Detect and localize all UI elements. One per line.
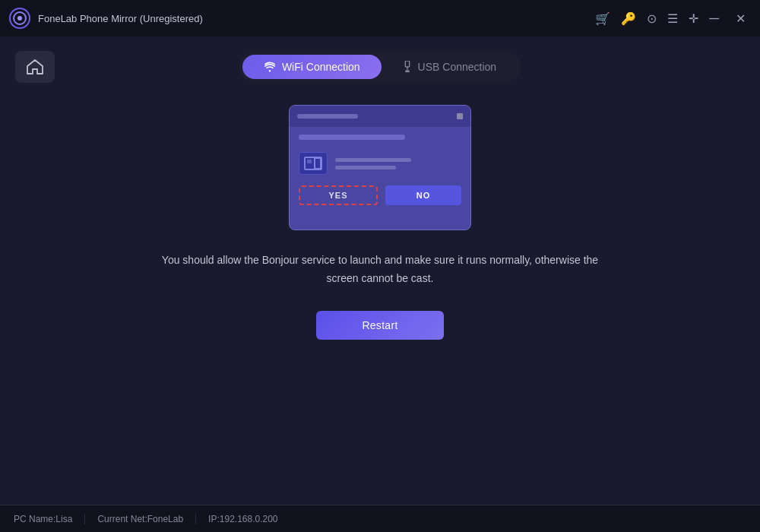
home-button[interactable] [15,51,55,83]
dialog-banner [299,135,405,140]
title-left: FoneLab Phone Mirror (Unregistered) [9,8,203,29]
dialog-illustration: YES NO [289,105,471,230]
dialog-text-lines [335,158,411,169]
svg-point-2 [17,16,22,21]
usb-connection-tab[interactable]: USB Connection [382,55,518,79]
dialog-title-text [297,114,358,119]
dialog-no-button[interactable]: NO [385,185,461,205]
key-icon[interactable]: 🔑 [621,11,636,26]
settings-icon[interactable]: ✛ [689,11,698,26]
description-text: You should allow the Bonjour service to … [162,252,598,288]
top-navigation: WiFi Connection USB Connection [15,52,745,82]
current-net-status: Current Net:FoneLab [85,514,196,524]
title-bar: FoneLab Phone Mirror (Unregistered) 🛒 🔑 … [0,0,760,36]
connection-tabs: WiFi Connection USB Connection [239,52,521,82]
usb-tab-icon [403,61,412,73]
minimize-button[interactable]: ─ [709,11,719,27]
dialog-yes-button[interactable]: YES [299,185,378,205]
app-logo-icon [9,8,30,29]
pc-name-status: PC Name:Lisa [14,514,85,524]
dialog-body: YES NO [290,127,470,213]
info-icon[interactable]: ⊙ [647,11,657,26]
title-controls: 🛒 🔑 ⊙ ☰ ✛ ─ ✕ [595,8,751,29]
wifi-connection-tab[interactable]: WiFi Connection [242,55,382,79]
svg-rect-3 [405,61,409,67]
dialog-icon-box [299,152,328,175]
status-bar: PC Name:Lisa Current Net:FoneLab IP:192.… [0,505,760,532]
usb-tab-label: USB Connection [418,61,497,73]
main-content: WiFi Connection USB Connection [0,36,760,505]
ip-status: IP:192.168.0.200 [196,514,290,524]
dialog-titlebar [290,106,470,127]
menu-icon[interactable]: ☰ [667,11,678,26]
dialog-line-1 [335,158,411,162]
wifi-tab-icon [264,62,276,72]
dialog-buttons: YES NO [299,185,461,205]
restart-button[interactable]: Restart [316,311,443,340]
description-line2: screen cannot be cast. [327,272,434,284]
description-line1: You should allow the Bonjour service to … [162,254,598,266]
dialog-row [299,152,461,175]
app-title: FoneLab Phone Mirror (Unregistered) [38,13,203,24]
wifi-tab-label: WiFi Connection [282,61,360,73]
close-button[interactable]: ✕ [730,8,751,29]
cart-icon[interactable]: 🛒 [595,11,610,26]
dialog-line-2 [335,166,396,169]
dialog-close-dot [457,113,463,119]
dialog-screen-icon [304,157,322,170]
